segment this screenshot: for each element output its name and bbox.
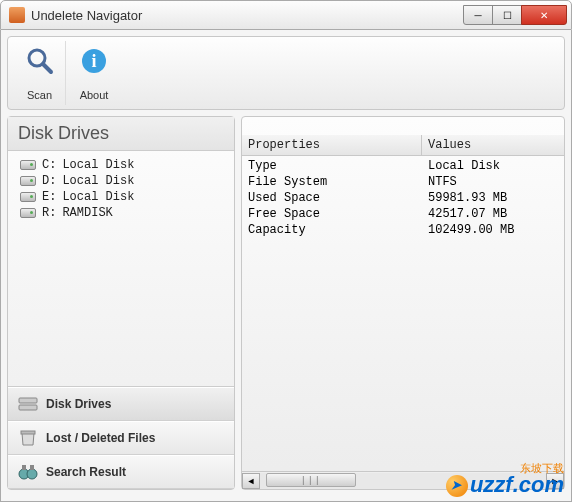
maximize-button[interactable]: ☐	[492, 5, 522, 25]
svg-rect-5	[19, 405, 37, 410]
svg-text:i: i	[91, 51, 96, 71]
binoculars-icon	[18, 464, 38, 480]
app-frame: Scan i About Disk Drives C: Local Disk D…	[0, 30, 572, 502]
table-row: Free Space42517.07 MB	[242, 206, 564, 222]
properties-body: TypeLocal Disk File SystemNTFS Used Spac…	[242, 156, 564, 471]
prop-key: Free Space	[248, 207, 428, 221]
properties-header: Properties Values	[242, 135, 564, 156]
disk-icon	[20, 208, 36, 218]
scroll-track[interactable]: ∣∣∣	[260, 473, 546, 489]
window-title: Undelete Navigator	[31, 8, 464, 23]
right-pane: Properties Values TypeLocal Disk File Sy…	[241, 116, 565, 490]
drive-item[interactable]: R: RAMDISK	[16, 205, 226, 221]
svg-rect-4	[19, 398, 37, 403]
scroll-left-arrow[interactable]: ◄	[242, 473, 260, 489]
about-label: About	[80, 89, 109, 101]
disk-drives-header: Disk Drives	[8, 117, 234, 151]
prop-val: 42517.07 MB	[428, 207, 558, 221]
nav-search-result[interactable]: Search Result	[8, 455, 234, 489]
drive-stack-icon	[18, 396, 38, 412]
nav-label: Lost / Deleted Files	[46, 431, 155, 445]
nav-lost-deleted[interactable]: Lost / Deleted Files	[8, 421, 234, 455]
table-row: TypeLocal Disk	[242, 158, 564, 174]
disk-icon	[20, 160, 36, 170]
prop-val: Local Disk	[428, 159, 558, 173]
toolbar: Scan i About	[7, 36, 565, 110]
nav-section: Disk Drives Lost / Deleted Files Search …	[8, 386, 234, 489]
drive-label: Local Disk	[62, 174, 134, 188]
prop-val: NTFS	[428, 175, 558, 189]
prop-key: Used Space	[248, 191, 428, 205]
left-pane: Disk Drives C: Local Disk D: Local Disk …	[7, 116, 235, 490]
prop-key: Capacity	[248, 223, 428, 237]
table-row: Used Space59981.93 MB	[242, 190, 564, 206]
scan-button[interactable]: Scan	[14, 41, 66, 105]
drive-list: C: Local Disk D: Local Disk E: Local Dis…	[8, 151, 234, 386]
horizontal-scrollbar[interactable]: ◄ ∣∣∣ ►	[242, 471, 564, 489]
drive-letter: C:	[42, 158, 56, 172]
svg-rect-10	[30, 465, 34, 470]
about-button[interactable]: i About	[68, 41, 120, 105]
info-icon: i	[78, 45, 110, 77]
prop-key: File System	[248, 175, 428, 189]
window-buttons: ─ ☐ ✕	[464, 5, 567, 25]
drive-item[interactable]: C: Local Disk	[16, 157, 226, 173]
scan-label: Scan	[27, 89, 52, 101]
drive-item[interactable]: E: Local Disk	[16, 189, 226, 205]
drive-letter: R:	[42, 206, 56, 220]
prop-val: 59981.93 MB	[428, 191, 558, 205]
disk-icon	[20, 176, 36, 186]
table-row: Capacity102499.00 MB	[242, 222, 564, 238]
svg-point-8	[27, 469, 37, 479]
nav-disk-drives[interactable]: Disk Drives	[8, 387, 234, 421]
drive-letter: D:	[42, 174, 56, 188]
scroll-thumb[interactable]: ∣∣∣	[266, 473, 356, 487]
col-properties[interactable]: Properties	[242, 135, 422, 155]
nav-label: Search Result	[46, 465, 126, 479]
drive-label: Local Disk	[62, 158, 134, 172]
scroll-right-arrow[interactable]: ►	[546, 473, 564, 489]
close-button[interactable]: ✕	[521, 5, 567, 25]
minimize-button[interactable]: ─	[463, 5, 493, 25]
drive-label: RAMDISK	[62, 206, 112, 220]
svg-line-1	[43, 64, 51, 72]
titlebar: Undelete Navigator ─ ☐ ✕	[0, 0, 572, 30]
svg-rect-9	[22, 465, 26, 470]
content-area: Disk Drives C: Local Disk D: Local Disk …	[7, 116, 565, 490]
col-values[interactable]: Values	[422, 135, 564, 155]
trash-icon	[18, 430, 38, 446]
nav-label: Disk Drives	[46, 397, 111, 411]
prop-key: Type	[248, 159, 428, 173]
prop-val: 102499.00 MB	[428, 223, 558, 237]
svg-rect-6	[21, 431, 35, 434]
drive-item[interactable]: D: Local Disk	[16, 173, 226, 189]
disk-icon	[20, 192, 36, 202]
drive-label: Local Disk	[62, 190, 134, 204]
magnifier-icon	[24, 45, 56, 77]
drive-letter: E:	[42, 190, 56, 204]
table-row: File SystemNTFS	[242, 174, 564, 190]
app-icon	[9, 7, 25, 23]
